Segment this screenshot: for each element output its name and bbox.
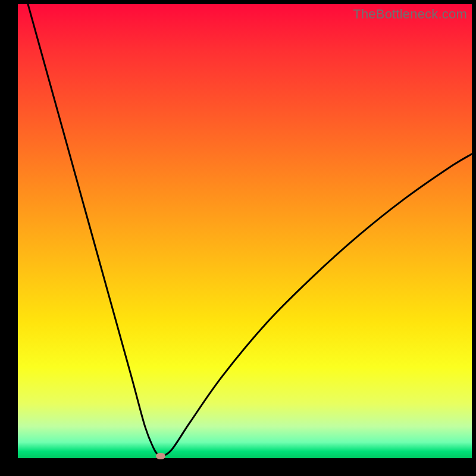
bottleneck-curve-path (18, 0, 472, 456)
plot-area: TheBottleneck.com (18, 4, 472, 458)
curve-svg (18, 4, 472, 458)
minimum-marker (156, 453, 165, 459)
chart-frame: TheBottleneck.com (0, 0, 476, 476)
